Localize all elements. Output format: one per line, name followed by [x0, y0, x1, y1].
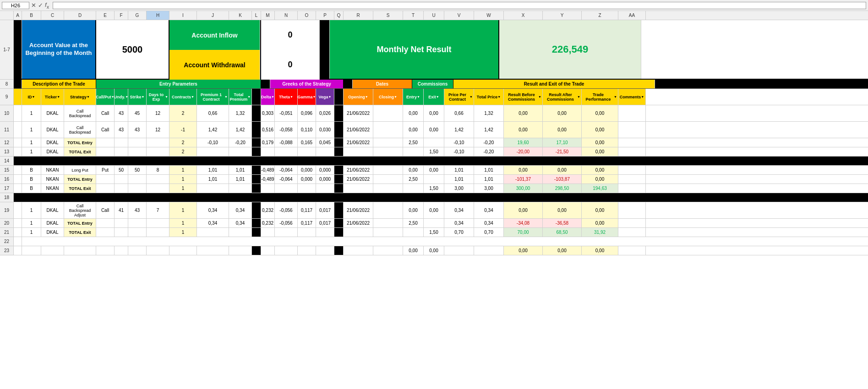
formula-icons: ✕ ✓ fx	[31, 1, 49, 10]
col-header-L[interactable]: L	[252, 11, 261, 20]
row-num-13: 13	[0, 147, 14, 157]
col-hdr-callput: Call/Put	[96, 89, 115, 105]
cancel-icon[interactable]: ✕	[31, 2, 36, 9]
cell-L-r8	[261, 80, 270, 88]
col-header-G[interactable]: G	[128, 11, 147, 20]
corner-cell	[0, 11, 14, 20]
total-exit-label-13: TOTAL Exit	[64, 147, 96, 156]
row-numbers: 1-7 8 9 10 11 12 13 14 15 16 17 18 19 20…	[0, 20, 14, 255]
col-header-E[interactable]: E	[96, 11, 115, 20]
row-num-19: 19	[0, 202, 14, 219]
row-num-22: 22	[0, 237, 14, 246]
col-header-R[interactable]: R	[344, 11, 373, 20]
col-header-M[interactable]: M	[261, 11, 275, 20]
col-header-H[interactable]: H	[147, 11, 169, 20]
section-description: Description of the Trade	[22, 80, 96, 88]
col-subheader-row: ID Ticker Strategy Call/Put Undy. Strike…	[14, 89, 868, 105]
row-num-17: 17	[0, 184, 14, 193]
col-header-D[interactable]: D	[64, 11, 96, 20]
col-header-T[interactable]: T	[403, 11, 424, 20]
monthly-net-value: 226,549	[499, 20, 641, 79]
col-header-N[interactable]: N	[275, 11, 298, 20]
col-hdr-theta: Theta	[275, 89, 298, 105]
row-num-9: 9	[0, 89, 14, 105]
col-hdr-closing: Closing	[373, 89, 403, 105]
data-row-10: 1 DKAL Call Backspread Call 43 45 12 2 0…	[14, 105, 868, 122]
cell-A-r8	[14, 80, 22, 88]
col-hdr-L	[252, 89, 261, 105]
col-header-I[interactable]: I	[169, 11, 197, 20]
col-hdr-vega: Vega	[316, 89, 334, 105]
section-commissions: Commissions	[412, 80, 453, 88]
col-hdr-tradeperf: Trade Performance	[582, 89, 618, 105]
col-hdr-delta: Delta	[261, 89, 275, 105]
col-header-P[interactable]: P	[316, 11, 334, 20]
col-header-X[interactable]: X	[504, 11, 543, 20]
spacer-row-18	[14, 193, 868, 202]
cell-reference[interactable]	[2, 2, 29, 9]
row-num-15: 15	[0, 166, 14, 175]
col-hdr-A	[14, 89, 22, 105]
col-header-V[interactable]: V	[444, 11, 474, 20]
row-num-23: 23	[0, 246, 14, 255]
col-header-F[interactable]: F	[115, 11, 128, 20]
col-hdr-resafter: Result After Commissions	[543, 89, 582, 105]
total-entry-label-12: TOTAL Entry	[64, 138, 96, 147]
col-hdr-strike: Strike	[128, 89, 147, 105]
section-dates: Dates	[353, 80, 412, 88]
function-icon[interactable]: fx	[45, 1, 49, 10]
cell-A-banner	[14, 20, 22, 79]
total-exit-label-17: TOTAL Exit	[64, 184, 96, 193]
col-hdr-strategy: Strategy	[64, 89, 96, 105]
account-withdrawal-label: Account Withdrawal	[169, 50, 260, 80]
col-header-C[interactable]: C	[41, 11, 64, 20]
col-header-U[interactable]: U	[424, 11, 444, 20]
grid-content: Account Value at the Beginning of the Mo…	[14, 20, 868, 255]
col-header-Y[interactable]: Y	[543, 11, 582, 20]
total-entry-label-20: TOTAL Entry	[64, 219, 96, 227]
col-header-K[interactable]: K	[229, 11, 252, 20]
col-header-O[interactable]: O	[298, 11, 316, 20]
col-hdr-undy: Undy.	[115, 89, 128, 105]
col-header-W[interactable]: W	[474, 11, 504, 20]
column-headers: A B C D E F G H I J K L M N O P Q R S T …	[0, 11, 868, 20]
col-header-Q[interactable]: Q	[334, 11, 344, 20]
data-row-21: 1 DKAL TOTAL Exit 1 1,50	[14, 228, 868, 237]
data-row-13: 1 DKAL TOTAL Exit 2 1,50	[14, 147, 868, 157]
col-header-Z[interactable]: Z	[582, 11, 618, 20]
section-entry-params: Entry Parameters	[96, 80, 261, 88]
col-header-AA[interactable]: AA	[618, 11, 646, 20]
data-row-23: 0,00 0,00 0,00 0,00 0,00	[14, 246, 868, 255]
account-inflow-value: 0	[261, 20, 320, 50]
col-hdr-exit: Exit	[424, 89, 444, 105]
cell-Q-banner	[321, 20, 330, 79]
banner-row: Account Value at the Beginning of the Mo…	[14, 20, 868, 80]
row-num-18: 18	[0, 193, 14, 202]
formula-input[interactable]	[53, 2, 866, 9]
col-hdr-prem1: Premium 1 Contract	[197, 89, 229, 105]
account-inflow-label: Account Inflow	[169, 20, 260, 50]
data-row-16: B NKAN TOTAL Entry 1 1,01 1,01 -0,489 -0…	[14, 175, 868, 184]
data-row-19: 1 DKAL Call Backspread Adjust Call 41 43…	[14, 202, 868, 219]
col-hdr-days: Days to Exp	[147, 89, 169, 105]
col-header-A[interactable]: A	[14, 11, 22, 20]
row-num-20: 20	[0, 219, 14, 228]
grid-area: 1-7 8 9 10 11 12 13 14 15 16 17 18 19 20…	[0, 20, 868, 255]
row-num-1-7: 1-7	[0, 20, 14, 80]
account-value-number: 5000	[96, 20, 169, 79]
total-entry-label-16: TOTAL Entry	[64, 175, 96, 184]
col-hdr-comments: Comments	[618, 89, 646, 105]
col-header-S[interactable]: S	[373, 11, 403, 20]
col-hdr-entry: Entry	[403, 89, 424, 105]
row-num-12: 12	[0, 138, 14, 147]
col-hdr-pricepercontract: Price Per Contract	[444, 89, 474, 105]
col-hdr-totalprem: Total Premium	[229, 89, 252, 105]
col-header-B[interactable]: B	[22, 11, 41, 20]
col-hdr-contracts: Contracts	[169, 89, 197, 105]
col-hdr-opening: Opening	[344, 89, 373, 105]
col-header-J[interactable]: J	[197, 11, 229, 20]
row-num-11: 11	[0, 122, 14, 138]
confirm-icon[interactable]: ✓	[38, 2, 43, 9]
data-row-12: 1 DKAL TOTAL Entry 2 -0,10 -0,20 0,179 -…	[14, 138, 868, 147]
total-exit-label-21: TOTAL Exit	[64, 228, 96, 237]
